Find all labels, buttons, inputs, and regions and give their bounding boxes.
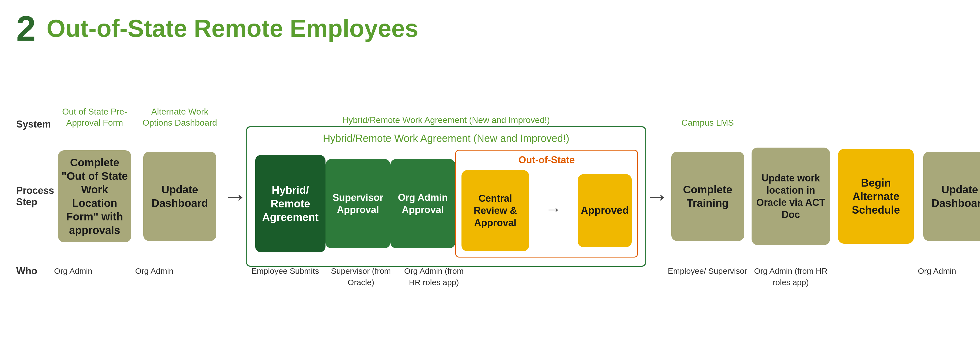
box-central-review: Central Review & Approval: [461, 170, 529, 251]
who-col-training: Employee/ Supervisor: [668, 263, 748, 277]
system-label: System: [16, 59, 54, 136]
box-hybrid-remote: Hybrid/ Remote Agreement: [255, 155, 326, 253]
outofstate-label: Out-of-State: [519, 154, 575, 166]
step-update-oracle: Update work location in Oracle via ACT D…: [748, 147, 834, 245]
process-step-label: Process Step: [16, 136, 54, 257]
sys-text-2: Alternate Work Options Dashboard: [135, 106, 224, 133]
box-supervisor-approval: Supervisor Approval: [326, 159, 390, 248]
who-text-update: Org Admin: [918, 265, 956, 277]
arrow-2: →: [646, 150, 668, 242]
arrow-outofstate: →: [545, 200, 562, 221]
who-col-2: Org Admin: [135, 263, 224, 277]
who-hybrid-supervisor: Supervisor (from Oracle): [325, 265, 398, 288]
content-area: Out of State Pre-Approval Form Alternate…: [54, 59, 980, 317]
box-begin-alternate: Begin Alternate Schedule: [838, 149, 914, 244]
who-text-2: Org Admin: [135, 265, 173, 277]
sys-col-2: Alternate Work Options Dashboard: [135, 106, 224, 133]
outofstate-inner: Central Review & Approval → Approved: [461, 170, 632, 251]
who-text-1: Org Admin: [54, 265, 92, 277]
arrow-1: →: [224, 150, 246, 242]
box-org-admin-approval: Org Admin Approval: [390, 159, 455, 248]
step-begin-alternate: Begin Alternate Schedule: [834, 149, 918, 244]
box-complete-form: Complete "Out of State Work Location For…: [58, 150, 131, 242]
hybrid-inner: Hybrid/ Remote Agreement Supervisor Appr…: [255, 150, 637, 257]
sys-text-campus: Campus LMS: [681, 117, 734, 133]
system-row: Out of State Pre-Approval Form Alternate…: [54, 59, 980, 136]
who-col-oracle: Org Admin (from HR roles app): [748, 263, 834, 288]
sys-text-1: Out of State Pre-Approval Form: [54, 106, 135, 133]
box-approved: Approved: [578, 174, 632, 247]
who-label: Who: [16, 257, 54, 317]
outofstate-group: Out-of-State Central Review & Approval →: [455, 150, 638, 257]
process-row: Complete "Out of State Work Location For…: [54, 136, 980, 257]
box-update-oracle: Update work location in Oracle via ACT D…: [752, 147, 830, 245]
section-number: 2: [16, 11, 36, 46]
step-complete-form: Complete "Out of State Work Location For…: [54, 150, 135, 242]
who-hybrid-orgadmin: Org Admin (from HR roles app): [398, 265, 470, 288]
page: 2 Out-of-State Remote Employees System P…: [0, 0, 980, 342]
who-text-supervisor: Supervisor (from Oracle): [325, 265, 398, 288]
hybrid-group-box: Hybrid/Remote Work Agreement (New and Im…: [246, 126, 646, 267]
step-complete-training: Complete Training: [668, 152, 748, 241]
who-text-training: Employee/ Supervisor: [668, 265, 747, 277]
who-text-employee: Employee Submits: [246, 265, 325, 277]
box-complete-training: Complete Training: [671, 152, 744, 241]
hybrid-group-col: Hybrid/Remote Work Agreement (New and Im…: [246, 126, 646, 267]
row-labels: System Process Step Who: [16, 59, 54, 317]
who-text-orgadmin: Org Admin (from HR roles app): [398, 265, 470, 288]
main-layout: System Process Step Who Out of State Pre…: [16, 59, 964, 317]
box-update-dashboard-2: Update Dashboard: [923, 152, 980, 241]
who-text-oracle: Org Admin (from HR roles app): [748, 265, 834, 288]
page-title: Out-of-State Remote Employees: [46, 15, 418, 42]
arrow-icon-1: →: [223, 150, 247, 242]
sys-col-campus: Campus LMS: [668, 117, 748, 133]
arrow-icon-2: →: [645, 150, 669, 242]
step-update-dashboard-2: Update Dashboard: [918, 152, 980, 241]
who-hybrid-employee: Employee Submits: [246, 265, 325, 277]
who-col-begin: [834, 263, 918, 265]
step-update-dashboard-1: Update Dashboard: [135, 152, 224, 241]
box-update-dashboard-1: Update Dashboard: [143, 152, 216, 241]
sys-col-1: Out of State Pre-Approval Form: [54, 106, 135, 133]
who-col-update: Org Admin: [918, 263, 980, 277]
who-col-1: Org Admin: [54, 263, 135, 277]
header: 2 Out-of-State Remote Employees: [16, 11, 964, 46]
hybrid-group-label: Hybrid/Remote Work Agreement (New and Im…: [255, 133, 637, 144]
